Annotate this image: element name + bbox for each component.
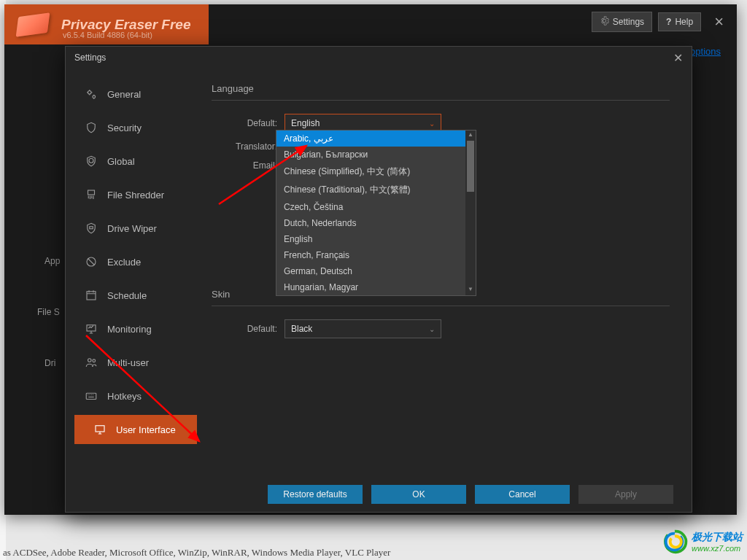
svg-point-9: [93, 359, 96, 362]
help-icon: ?: [666, 17, 671, 27]
watermark-url: www.xz7.com: [692, 544, 743, 553]
svg-point-1: [93, 96, 96, 98]
settings-dialog: Settings ✕ General Security Global: [65, 46, 692, 513]
sidebar-item-file-shredder[interactable]: File Shredder: [66, 180, 197, 209]
scroll-down-icon[interactable]: ▼: [468, 286, 473, 295]
settings-sidebar: General Security Global File Shredder Dr…: [66, 69, 197, 477]
restore-defaults-button[interactable]: Restore defaults: [268, 485, 363, 504]
lang-option-bulgarian[interactable]: Bulgarian, Български: [276, 147, 476, 163]
drive-wiper-icon: [84, 221, 98, 236]
sidebar-item-global[interactable]: Global: [66, 147, 197, 176]
lang-option-chinese-simplified[interactable]: Chinese (Simplified), 中文 (简体): [276, 163, 476, 181]
sidebar-item-drive-wiper[interactable]: Drive Wiper: [66, 214, 197, 243]
main-app-window: Privacy Eraser Free v6.5.4 Build 4886 (6…: [4, 4, 737, 515]
svg-rect-4: [90, 227, 93, 229]
monitor-icon: [84, 322, 98, 336]
ok-button[interactable]: OK: [371, 485, 466, 504]
skin-default-label: Default:: [212, 324, 285, 334]
gear-icon: [600, 16, 609, 28]
lang-option-chinese-traditional[interactable]: Chinese (Traditional), 中文(繁體): [276, 181, 476, 199]
watermark-swirl-icon: [661, 528, 689, 556]
sidebar-item-multi-user[interactable]: Multi-user: [66, 348, 197, 377]
bg-bottom-text: as ACDSee, Adobe Reader, Microsoft Offic…: [3, 547, 390, 559]
scroll-up-icon[interactable]: ▲: [468, 131, 473, 140]
sidebar-item-security[interactable]: Security: [66, 113, 197, 142]
sidebar-item-hotkeys[interactable]: Hotkeys: [66, 381, 197, 411]
section-language: Language: [212, 83, 670, 94]
keyboard-icon: [84, 389, 98, 403]
eraser-logo-icon: [16, 12, 50, 37]
lang-option-german[interactable]: German, Deutsch: [276, 263, 476, 279]
cancel-button[interactable]: Cancel: [475, 485, 570, 504]
svg-rect-10: [86, 393, 96, 399]
skin-combo[interactable]: Black ⌄: [285, 319, 441, 338]
nav-peek-app: App: [44, 256, 60, 266]
shredder-icon: [84, 187, 98, 202]
sidebar-item-monitoring[interactable]: Monitoring: [66, 314, 197, 343]
globe-shield-icon: [84, 154, 98, 168]
calendar-icon: [84, 288, 98, 303]
nav-peek-file: File S: [37, 307, 60, 317]
language-default-label: Default:: [212, 118, 285, 128]
shield-icon: [84, 120, 98, 135]
svg-point-8: [88, 359, 92, 362]
header-settings-button[interactable]: Settings: [592, 12, 652, 32]
svg-rect-3: [88, 190, 95, 195]
svg-point-2: [89, 158, 93, 163]
display-icon: [93, 422, 107, 437]
main-close-button[interactable]: ×: [707, 12, 731, 31]
app-version: v6.5.4 Build 4886 (64-bit): [63, 31, 152, 39]
nav-peek-dri: Dri: [44, 358, 55, 368]
translator-label: Translator:: [212, 141, 285, 152]
dropdown-scrollbar[interactable]: ▲ ▼: [465, 131, 476, 295]
users-icon: [84, 355, 98, 370]
email-label: Email:: [212, 160, 285, 171]
language-dropdown[interactable]: Arabic, عربي Bulgarian, Български Chines…: [276, 130, 476, 296]
lang-option-arabic[interactable]: Arabic, عربي: [276, 131, 476, 147]
lang-option-czech[interactable]: Czech, Čeština: [276, 199, 476, 215]
scroll-thumb[interactable]: [467, 141, 474, 192]
lang-option-english[interactable]: English: [276, 231, 476, 247]
gears-icon: [84, 87, 98, 101]
lang-option-dutch[interactable]: Dutch, Nederlands: [276, 215, 476, 231]
watermark: 极光下载站 www.xz7.com: [661, 528, 743, 556]
chevron-down-icon: ⌄: [429, 120, 435, 128]
sidebar-item-schedule[interactable]: Schedule: [66, 281, 197, 310]
dialog-title: Settings: [74, 52, 106, 63]
main-nav-peek: App File S Dri: [4, 44, 66, 511]
exclude-icon: [84, 254, 98, 269]
dialog-close-button[interactable]: ✕: [673, 51, 683, 65]
svg-rect-11: [96, 426, 104, 432]
header-help-button[interactable]: ? Help: [658, 12, 701, 31]
watermark-cn: 极光下载站: [692, 531, 743, 544]
svg-point-0: [88, 91, 92, 95]
title-bar: Privacy Eraser Free v6.5.4 Build 4886 (6…: [4, 4, 737, 44]
lang-option-hungarian[interactable]: Hungarian, Magyar: [276, 279, 476, 295]
lang-option-french[interactable]: French, Français: [276, 247, 476, 263]
apply-button: Apply: [578, 485, 673, 504]
chevron-down-icon: ⌄: [429, 325, 435, 333]
svg-rect-6: [87, 292, 96, 300]
sidebar-item-exclude[interactable]: Exclude: [66, 247, 197, 276]
sidebar-item-user-interface[interactable]: User Interface: [74, 415, 197, 444]
settings-content: Language Default: English ⌄ Translator:: [197, 69, 692, 477]
sidebar-item-general[interactable]: General: [66, 79, 197, 109]
